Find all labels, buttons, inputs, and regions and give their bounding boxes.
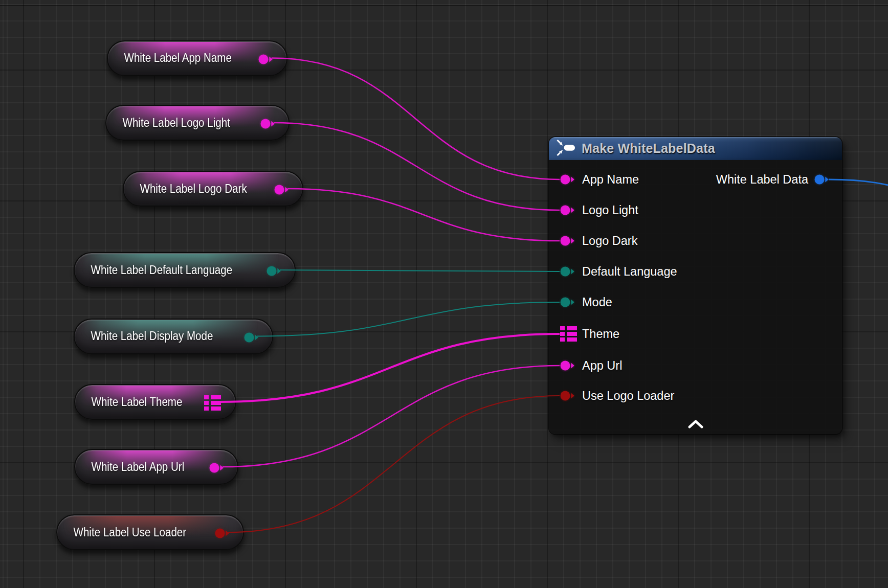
input-pin-label: Theme [582,327,619,341]
input-row-logo-light: Logo Light [560,201,638,219]
wire-var-app-url-to-in-app-url[interactable] [223,366,560,467]
node-title: Make WhiteLabelData [582,141,715,156]
theme-struct-pin-icon[interactable] [560,326,577,342]
use-logo-loader-pin-icon[interactable] [560,390,575,401]
output-pin-icon[interactable] [274,184,290,195]
input-pin[interactable] [560,205,575,216]
variable-node-display-mode[interactable]: White Label Display Mode [74,319,273,354]
output-pin-icon[interactable] [258,54,274,65]
collapse-node-button[interactable] [680,417,711,431]
input-pin[interactable] [560,326,577,342]
input-pin[interactable] [560,360,575,371]
variable-node-logo-dark[interactable]: White Label Logo Dark [123,171,303,207]
chevron-up-icon [688,420,703,428]
wire-var-logo-light-to-in-logo-light[interactable] [274,123,560,210]
app-name-pin-icon[interactable] [560,174,575,185]
input-pin-label: Logo Dark [582,234,637,248]
input-row-app-name: App Name [560,171,639,188]
variable-node-theme[interactable]: White Label Theme [74,384,236,420]
node-header[interactable]: Make WhiteLabelData [549,137,842,160]
variable-node-use-loader[interactable]: White Label Use Loader [56,514,244,550]
variable-output-pin[interactable] [244,332,259,345]
node-make-whitelabeldata[interactable]: Make WhiteLabelData App Name Logo Light … [549,137,842,434]
variable-label: White Label Logo Dark [124,182,247,196]
variable-output-pin[interactable] [258,54,274,67]
input-row-mode: Mode [560,293,612,311]
make-struct-glyph [556,139,576,157]
variable-label: White Label Display Mode [75,329,213,343]
variable-node-app-url[interactable]: White Label App Url [74,449,238,485]
logo-light-pin-icon[interactable] [560,205,575,216]
white-label-data-pin[interactable] [814,174,830,185]
variable-output-pin[interactable] [274,184,290,197]
variable-label: White Label App Name [108,51,232,65]
output-pin-icon[interactable] [260,118,276,129]
input-pin-label: App Name [582,173,639,187]
output-pin-icon[interactable] [244,332,259,343]
make-struct-icon [556,139,576,159]
input-pin-label: Logo Light [582,203,638,217]
input-row-app-url: App Url [560,357,622,374]
input-pin[interactable] [560,390,575,401]
app-url-pin-icon[interactable] [560,360,575,371]
input-pin-label: App Url [582,359,622,373]
wire-var-default-language-to-in-default-language[interactable] [280,270,560,272]
variable-node-app-name[interactable]: White Label App Name [107,40,287,76]
wire-var-use-loader-to-in-use-logo-loader[interactable] [228,396,560,532]
wire-var-logo-dark-to-in-logo-dark[interactable] [287,189,560,241]
blueprint-graph-canvas[interactable]: White Label App Name White Label Logo Li… [0,0,888,588]
input-pin-label: Default Language [582,265,677,279]
variable-label: White Label Default Language [75,263,232,277]
input-row-use-logo-loader: Use Logo Loader [560,387,674,404]
input-pin-label: Use Logo Loader [582,389,674,403]
input-pin[interactable] [560,235,575,246]
mode-pin-icon[interactable] [560,297,575,308]
struct-pin-icon[interactable] [204,395,221,411]
input-row-default-language: Default Language [560,263,677,280]
variable-label: White Label Theme [75,395,182,409]
output-row: White Label Data [716,171,830,188]
output-pin-icon[interactable] [209,462,225,473]
wire-var-app-name-to-in-app-name[interactable] [272,58,560,180]
variable-output-pin[interactable] [215,528,230,541]
default-language-pin-icon[interactable] [560,266,575,277]
variable-label: White Label Use Loader [57,526,186,539]
input-row-theme: Theme [560,325,619,343]
input-pin[interactable] [560,297,575,308]
input-pin-label: Mode [582,296,612,309]
variable-output-pin[interactable] [267,265,282,279]
output-pin-label: White Label Data [716,173,808,187]
logo-dark-pin-icon[interactable] [560,235,575,246]
data-pin-icon[interactable] [814,174,830,185]
wire-var-display-mode-to-in-mode[interactable] [257,302,560,336]
variable-node-default-language[interactable]: White Label Default Language [74,252,296,288]
variable-output-pin[interactable] [209,462,225,476]
variable-node-logo-light[interactable]: White Label Logo Light [105,105,290,141]
input-pin[interactable] [560,266,575,277]
variable-output-pin[interactable] [204,395,221,413]
variable-label: White Label Logo Light [106,116,230,130]
output-pin-icon[interactable] [215,528,230,539]
variable-label: White Label App Url [75,460,184,474]
input-row-logo-dark: Logo Dark [560,232,637,250]
input-pin[interactable] [560,174,575,185]
variable-output-pin[interactable] [260,118,276,131]
output-pin-icon[interactable] [267,265,282,277]
